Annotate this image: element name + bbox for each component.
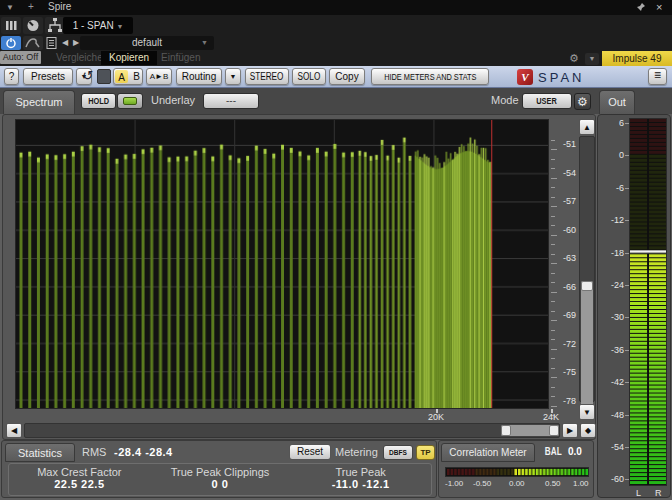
reset-button[interactable]: Reset	[289, 444, 331, 460]
auto-mode-badge[interactable]: Auto: Off	[0, 51, 41, 64]
mode-settings-gear-icon[interactable]: ⚙	[574, 93, 591, 110]
plugin-window: ▼ + Spire × 1 - SPAN ▼	[0, 0, 672, 500]
db-tick	[551, 292, 557, 293]
db-tick	[551, 149, 557, 150]
hold-button[interactable]: HOLD	[81, 93, 116, 109]
voxengo-logo-icon: V	[517, 69, 533, 85]
zoom-reset-icon[interactable]: ◆	[580, 423, 596, 438]
hide-meters-button[interactable]: HIDE METERS AND STATS	[371, 68, 489, 85]
mode-selector[interactable]: USER	[522, 93, 572, 109]
underlay-selector[interactable]: ---	[203, 93, 259, 109]
db-tick	[551, 273, 555, 274]
routing-dropdown-icon[interactable]: ▼	[225, 68, 241, 85]
preset-file-icon[interactable]	[46, 37, 58, 49]
copy-instance-button[interactable]: Copy	[329, 68, 365, 85]
db-scale-label: -60	[556, 225, 576, 235]
prev-preset-icon[interactable]: ◀	[60, 37, 70, 49]
a-to-b-button[interactable]: A►B	[146, 68, 172, 85]
undo-icon[interactable]: ↺	[80, 68, 96, 85]
scroll-down-icon[interactable]: ▼	[579, 404, 595, 420]
controller-settings-gear-icon[interactable]: ⚙	[566, 52, 582, 65]
span-toolbar: ? Presets ▼ ↺ A B A►B Routing ▼ STEREO S…	[0, 66, 672, 88]
metering-label: Metering	[335, 446, 378, 458]
frequency-scale: 20K24K	[15, 409, 577, 423]
titlebar: ▼ + Spire ×	[0, 0, 672, 15]
freeze-led-button[interactable]	[117, 93, 143, 109]
green-led-icon	[123, 97, 137, 105]
scroll-right-icon[interactable]: ▶	[562, 423, 578, 438]
out-scale-label: -36	[602, 345, 624, 355]
db-tick	[551, 330, 555, 331]
freq-scale-label: 20K	[428, 412, 444, 422]
add-tab-icon[interactable]: +	[28, 1, 34, 12]
out-scale-label: -30	[602, 312, 624, 322]
db-tick	[551, 187, 555, 188]
db-tick	[551, 244, 555, 245]
out-scale-label: -48	[602, 410, 624, 420]
correlation-scale-label: 0.50	[545, 479, 561, 488]
preset-selector[interactable]: default ▼	[80, 36, 214, 50]
copy-button[interactable]: Kopieren	[101, 51, 157, 65]
statistics-body: Max Crest Factor 22.5 22.5 True Peak Cli…	[8, 463, 432, 496]
brand-name: SPAN	[538, 70, 584, 85]
routing-tree-icon[interactable]	[45, 17, 65, 34]
close-icon[interactable]: ×	[656, 1, 662, 13]
b-button[interactable]: B	[133, 69, 140, 84]
scroll-up-icon[interactable]: ▲	[579, 119, 595, 135]
pin-icon[interactable]	[636, 2, 646, 12]
bypass-ramp-icon[interactable]	[23, 36, 43, 50]
correlation-panel: Correlation Meter BAL 0.0 -1.00-0.500.00…	[438, 440, 594, 498]
true-peak-group: True Peak -11.0 -12.1	[290, 464, 431, 495]
db-tick	[551, 216, 555, 217]
host-icon-row: 1 - SPAN ▼	[0, 15, 672, 36]
power-button[interactable]	[1, 36, 21, 50]
controller-badge[interactable]: Impulse 49	[602, 51, 672, 67]
out-scale-label: -54	[602, 442, 624, 452]
preset-name: default	[132, 37, 162, 48]
crest-factor-group: Max Crest Factor 22.5 22.5	[9, 464, 150, 495]
tab-out[interactable]: Out	[599, 90, 635, 114]
tab-statistics[interactable]: Statistics	[5, 443, 75, 462]
color-swatch[interactable]	[97, 69, 111, 84]
vertical-scrollbar-thumb[interactable]	[581, 281, 593, 419]
horizontal-scrollbar[interactable]	[24, 423, 560, 438]
db-tick	[551, 254, 555, 255]
tab-spectrum[interactable]: Spectrum	[3, 90, 75, 114]
db-tick	[551, 197, 555, 198]
spectrum-plot[interactable]	[15, 119, 549, 409]
paste-button[interactable]: Einfügen	[161, 51, 200, 65]
stereo-button[interactable]: STEREO	[245, 68, 289, 85]
freq-scale-label: 24K	[543, 412, 559, 422]
channel-left-label: L	[636, 488, 641, 498]
solo-button[interactable]: SOLO	[292, 68, 326, 85]
statistics-panel: Statistics RMS -28.4 -28.4 Reset Meterin…	[1, 440, 437, 498]
routing-button[interactable]: Routing	[176, 68, 222, 85]
scroll-left-icon[interactable]: ◀	[6, 423, 22, 438]
balance-label[interactable]: BAL	[543, 446, 564, 457]
vertical-scrollbar[interactable]	[579, 136, 595, 402]
out-scale-label: -6	[602, 183, 624, 193]
a-button[interactable]: A	[115, 70, 128, 83]
presets-button[interactable]: Presets	[23, 68, 73, 85]
instance-selector[interactable]: 1 - SPAN ▼	[63, 17, 133, 34]
horizontal-scrollbar-thumb[interactable]	[501, 425, 559, 436]
db-tick	[551, 406, 557, 407]
spectrum-panel: -51-54-57-60-63-66-69-72-75-78 20K24K ▲ …	[2, 114, 596, 440]
window-title: Spire	[48, 1, 71, 12]
meter-bars-icon[interactable]	[1, 17, 21, 34]
db-scale-label: -75	[556, 367, 576, 377]
dbfs-button[interactable]: DBFS	[383, 445, 413, 460]
controller-dropdown-icon[interactable]: ▼	[585, 53, 599, 65]
rms-values: -28.4 -28.4	[114, 446, 173, 458]
db-tick	[551, 178, 557, 179]
mode-label: Mode	[491, 94, 519, 106]
tp-button[interactable]: TP	[416, 445, 435, 460]
window-menu-icon[interactable]: ▼	[6, 3, 14, 12]
host-edit-row: Auto: Off Vergleichen Kopieren Einfügen …	[0, 51, 672, 66]
help-button[interactable]: ?	[4, 68, 19, 85]
db-tick	[551, 387, 555, 388]
channel-right-label: R	[655, 488, 662, 498]
menu-icon[interactable]: ≡	[648, 68, 667, 85]
db-tick	[551, 377, 557, 378]
knob-icon[interactable]	[23, 17, 43, 34]
